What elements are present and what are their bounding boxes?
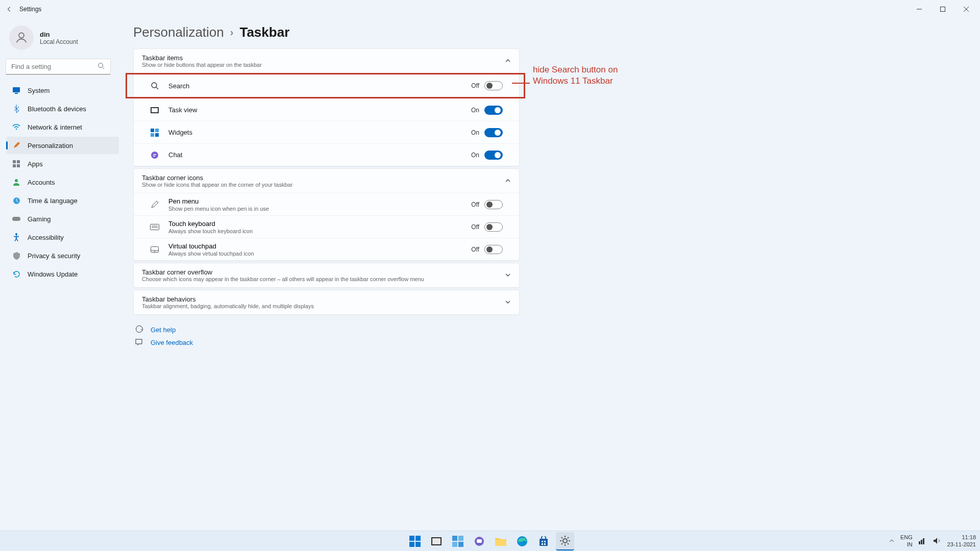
edge-button[interactable] [513, 532, 531, 550]
section-corner-icons-header[interactable]: Taskbar corner icons Show or hide icons … [134, 169, 519, 193]
taskbar-item-chat-row: Chat On [134, 143, 519, 166]
taskview-button[interactable] [427, 532, 446, 550]
widgets-button[interactable] [449, 532, 467, 550]
svg-rect-13 [17, 164, 20, 167]
svg-rect-53 [544, 543, 546, 545]
chat-button[interactable] [470, 532, 488, 550]
svg-rect-35 [409, 536, 414, 541]
section-desc: Taskbar alignment, badging, automaticall… [142, 303, 314, 309]
chevron-down-icon [505, 271, 511, 280]
store-button[interactable] [534, 532, 553, 550]
row-label: Widgets [168, 129, 471, 136]
sidebar-item-bluetooth[interactable]: Bluetooth & devices [6, 100, 119, 117]
avatar[interactable] [9, 26, 34, 50]
explorer-button[interactable] [492, 532, 510, 550]
give-feedback-link[interactable]: Give feedback [151, 339, 193, 346]
pen-toggle[interactable] [484, 200, 503, 209]
network-icon[interactable] [919, 537, 927, 545]
chevron-down-icon [505, 298, 511, 307]
row-sub: Always show touch keyboard icon [168, 228, 471, 234]
taskbar-item-taskview-row: Task view On [134, 98, 519, 121]
search-toggle[interactable] [484, 81, 503, 90]
svg-rect-34 [136, 339, 142, 344]
sidebar-item-network[interactable]: Network & internet [6, 118, 119, 136]
search-input[interactable] [6, 59, 110, 74]
svg-point-54 [563, 539, 567, 543]
sidebar-item-label: Time & language [28, 197, 78, 205]
svg-point-18 [152, 83, 157, 88]
section-taskbar-items-header[interactable]: Taskbar items Show or hide buttons that … [134, 49, 519, 73]
svg-rect-41 [452, 536, 457, 541]
corner-touchpad-row: Virtual touchpadAlways show virtual touc… [134, 238, 519, 260]
touchpad-toggle[interactable] [484, 245, 503, 254]
apps-icon [12, 160, 20, 167]
svg-line-19 [156, 87, 158, 89]
row-label: Touch keyboard [168, 220, 471, 228]
search-icon [150, 81, 159, 90]
annotation-text: hide Search button on Windows 11 Taskbar [533, 64, 618, 87]
feedback-icon [135, 338, 143, 347]
widgets-icon [150, 128, 159, 137]
profile-sub: Local Account [40, 38, 78, 45]
get-help-link[interactable]: Get help [151, 326, 176, 334]
minimize-button[interactable] [908, 1, 931, 17]
svg-point-17 [15, 233, 17, 235]
chat-toggle[interactable] [484, 151, 503, 160]
sidebar-item-gaming[interactable]: Gaming [6, 210, 119, 228]
svg-rect-42 [458, 536, 463, 541]
taskview-toggle[interactable] [484, 106, 503, 115]
sidebar-item-apps[interactable]: Apps [6, 155, 119, 172]
corner-pen-row: Pen menuShow pen menu icon when pen is i… [134, 193, 519, 215]
window-title: Settings [19, 6, 41, 13]
toggle-state: Off [471, 223, 479, 231]
svg-rect-38 [415, 542, 421, 547]
help-icon [135, 325, 143, 335]
corner-keyboard-row: Touch keyboardAlways show touch keyboard… [134, 215, 519, 238]
start-button[interactable] [406, 532, 424, 550]
toggle-state: Off [471, 201, 479, 208]
sidebar-item-label: Apps [28, 160, 43, 168]
svg-rect-12 [13, 164, 16, 167]
row-label: Virtual touchpad [168, 242, 471, 250]
svg-rect-49 [540, 539, 548, 546]
row-sub: Show pen menu icon when pen is in use [168, 206, 471, 212]
language-indicator[interactable]: ENGIN [900, 534, 913, 547]
sidebar-item-accessibility[interactable]: Accessibility [6, 229, 119, 246]
section-behaviors-header[interactable]: Taskbar behaviors Taskbar alignment, bad… [134, 290, 519, 314]
sidebar-item-label: Gaming [28, 215, 51, 223]
clock-icon [12, 197, 20, 205]
svg-rect-1 [941, 7, 945, 12]
widgets-toggle[interactable] [484, 128, 503, 137]
sidebar-item-time[interactable]: Time & language [6, 192, 119, 209]
toggle-state: Off [471, 246, 479, 253]
row-sub: Always show virtual touchpad icon [168, 251, 471, 257]
svg-rect-43 [452, 542, 457, 547]
sidebar-item-update[interactable]: Windows Update [6, 265, 119, 283]
accessibility-icon [12, 233, 20, 241]
section-title: Taskbar corner overflow [142, 268, 424, 276]
close-button[interactable] [954, 1, 978, 17]
section-title: Taskbar corner icons [142, 174, 292, 182]
svg-rect-57 [923, 538, 924, 544]
sidebar-item-system[interactable]: System [6, 82, 119, 99]
sidebar-item-accounts[interactable]: Accounts [6, 173, 119, 191]
clock[interactable]: 11:1823-11-2021 [947, 534, 976, 547]
settings-button[interactable] [556, 532, 574, 550]
chevron-up-icon [505, 57, 511, 66]
sidebar-item-privacy[interactable]: Privacy & security [6, 247, 119, 264]
sidebar-item-label: Network & internet [28, 123, 82, 131]
svg-rect-46 [477, 539, 482, 543]
breadcrumb-parent[interactable]: Personalization [133, 24, 224, 40]
toggle-state: On [471, 152, 479, 159]
profile-name: din [40, 31, 78, 38]
gamepad-icon [12, 216, 20, 222]
maximize-button[interactable] [931, 1, 954, 17]
back-button[interactable] [2, 2, 16, 16]
sidebar-item-label: System [28, 87, 50, 94]
volume-icon[interactable] [933, 537, 941, 545]
sidebar-item-personalization[interactable]: Personalization [6, 137, 119, 154]
keyboard-toggle[interactable] [484, 222, 503, 232]
section-overflow-header[interactable]: Taskbar corner overflow Choose which ico… [134, 263, 519, 287]
sidebar-item-label: Personalization [28, 142, 73, 149]
tray-overflow-button[interactable] [889, 538, 894, 544]
